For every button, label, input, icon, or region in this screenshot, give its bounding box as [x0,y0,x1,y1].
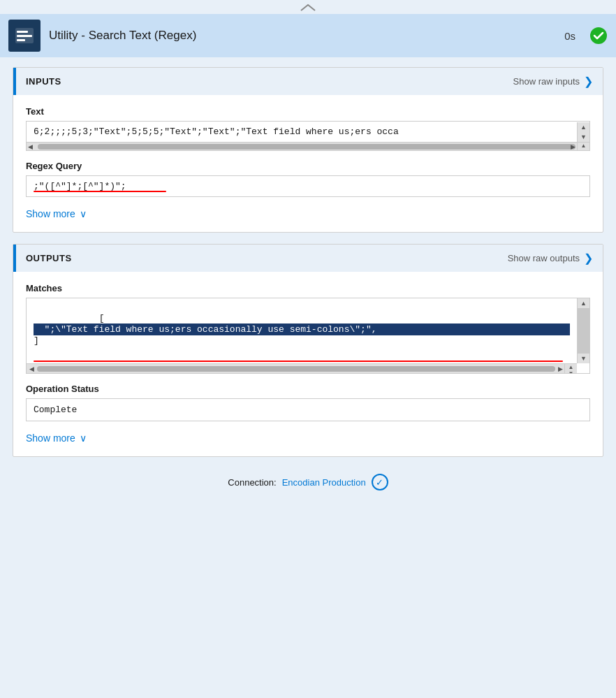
inputs-title: INPUTS [26,76,61,87]
inputs-card-body: Text 6;2;;;;5;3;"Text";5;5;5;"Text";"Tex… [13,95,603,232]
header-time: 0s [564,30,575,42]
chevron-down-icon: ∨ [80,208,87,219]
matches-field-group: Matches [ ";\"Text field where us;ers oc… [26,283,590,374]
m-corner-up: ▲ [565,364,577,370]
outputs-card: OUTPUTS Show raw outputs ❯ Matches [ ";\… [13,244,603,457]
text-field-group: Text 6;2;;;;5;3;"Text";5;5;5;"Text";"Tex… [26,106,590,151]
svg-rect-3 [17,39,25,41]
m-corner-down: ▼ [565,370,577,374]
text-field-inner: 6;2;;;;5;3;"Text";5;5;5;"Text";"Text";"T… [27,122,589,142]
main-content: INPUTS Show raw inputs ❯ Text 6;2;;;;5;3… [0,57,616,467]
svg-rect-2 [17,35,32,37]
v-scroll-up-arrow[interactable]: ▲ [578,298,589,308]
operation-status-group: Operation Status Complete [26,384,590,421]
corner-down: ▼ [578,149,589,151]
svg-rect-1 [17,31,28,33]
outputs-chevron-down-icon: ∨ [80,432,87,444]
m-corner-arrows: ▲ ▼ [564,364,577,373]
matches-red-underline [34,361,563,362]
text-field-scrollbar-h[interactable]: ◀ ▶ ▲ ▼ [27,142,589,150]
regex-field-label: Regex Query [26,161,590,171]
text-field-box: 6;2;;;;5;3;"Text";5;5;5;"Text";"Text";"T… [26,121,590,151]
connection-label: Connection: [228,477,276,488]
h-scroll-v-arrows: ▲ ▼ [577,143,589,150]
outputs-card-header: OUTPUTS Show raw outputs ❯ [13,245,603,272]
operation-status-value-box: Complete [26,398,590,421]
outputs-title: OUTPUTS [26,253,72,263]
matches-line2: ";\"Text field where us;ers occasionally… [34,323,570,335]
text-field-value[interactable]: 6;2;;;;5;3;"Text";5;5;5;"Text";"Text";"T… [27,122,577,142]
logo-box [8,20,41,52]
outputs-card-body: Matches [ ";\"Text field where us;ers oc… [13,272,603,456]
corner-up: ▲ [578,143,589,149]
m-h-left-arrow[interactable]: ◀ [29,365,34,372]
outputs-show-more-label: Show more [26,432,75,444]
chevron-right-icon: ❯ [584,75,593,88]
outputs-show-more-button[interactable]: Show more ∨ [26,431,590,445]
show-raw-outputs-button[interactable]: Show raw outputs ❯ [508,252,593,265]
regex-field-group: Regex Query ;"([^"]*;[^"]*)"; [26,161,590,197]
matches-line3: ] [34,335,39,346]
v-scroll-down-arrow[interactable]: ▼ [578,354,589,363]
text-field-scrollbar-v[interactable]: ▲ ▼ [577,122,589,142]
h-scroll-right-arrow[interactable]: ▶ [571,143,575,150]
connection-link[interactable]: Encodian Production [282,477,366,488]
operation-status-value: Complete [34,405,77,415]
inputs-show-more-button[interactable]: Show more ∨ [26,207,590,221]
text-field-label: Text [26,106,590,117]
regex-red-underline [34,191,166,192]
m-h-thumb [37,366,555,372]
inputs-card: INPUTS Show raw inputs ❯ Text 6;2;;;;5;3… [13,67,603,233]
scrollbar-up-arrow[interactable]: ▲ [578,122,589,132]
h-scroll-left-arrow[interactable]: ◀ [28,143,33,150]
regex-field-box: ;"([^"]*;[^"]*)"; [26,175,590,197]
matches-scrollbar-h[interactable]: ◀ ▶ ▲ ▼ [27,363,577,373]
operation-status-label: Operation Status [26,384,590,394]
top-chevron [0,0,616,14]
h-scroll-thumb [38,144,575,150]
matches-scrollbar-v[interactable]: ▲ ▼ [577,298,589,363]
success-icon [589,27,608,45]
matches-field-box: [ ";\"Text field where us;ers occasional… [26,298,590,374]
chevron-right-outputs-icon: ❯ [584,252,593,265]
inputs-card-header: INPUTS Show raw inputs ❯ [13,68,603,95]
regex-field-value: ;"([^"]*;[^"]*)"; [34,181,126,191]
scrollbar-down-arrow[interactable]: ▼ [578,132,589,142]
matches-line1: [ [99,313,105,323]
footer: Connection: Encodian Production ✓ [215,467,400,497]
m-h-right-arrow[interactable]: ▶ [558,365,563,372]
header-title: Utility - Search Text (Regex) [49,29,556,43]
header: Utility - Search Text (Regex) 0s [0,14,616,57]
matches-field-label: Matches [26,283,590,293]
matches-content: [ ";\"Text field where us;ers occasional… [27,298,577,361]
footer-check-icon: ✓ [372,474,388,490]
v-scroll-thumb [578,308,589,354]
show-raw-inputs-button[interactable]: Show raw inputs ❯ [513,75,593,88]
inputs-show-more-label: Show more [26,208,75,219]
svg-point-4 [590,27,607,44]
